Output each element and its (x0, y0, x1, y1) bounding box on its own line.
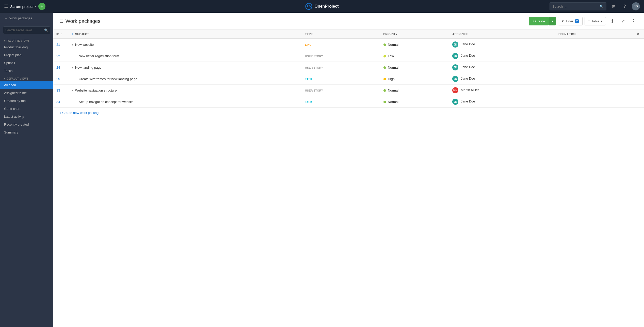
project-name[interactable]: Scrum project ▾ (10, 4, 36, 9)
row-priority: Normal (380, 39, 449, 50)
sidebar-item-tasks[interactable]: Tasks (0, 67, 53, 75)
default-views-section-header[interactable]: ▾ DEFAULT VIEWS (0, 75, 53, 81)
col-header-assignee[interactable]: ASSIGNEE (449, 30, 555, 39)
assignee-avatar: JD (452, 76, 458, 82)
priority-dot-icon (383, 43, 386, 46)
sidebar-item-all-open[interactable]: All open (0, 81, 53, 89)
filter-badge: 2 (575, 19, 579, 23)
fullscreen-button[interactable]: ⤢ (619, 17, 627, 25)
row-settings (634, 39, 644, 50)
create-button[interactable]: + Create (529, 17, 549, 25)
page-title: Work packages (66, 18, 100, 24)
sidebar-search-icon: 🔍 (44, 28, 48, 32)
filter-button[interactable]: ▼ Filter 2 (558, 17, 583, 25)
header-actions: + Create ▾ ▼ Filter 2 ≡ Table ▾ ℹ ⤢ ⋮ (529, 17, 638, 25)
row-priority: High (380, 73, 449, 85)
row-id[interactable]: 33 (53, 85, 69, 96)
column-settings-icon[interactable]: ⚙ (637, 33, 640, 36)
col-header-spent-time[interactable]: SPENT TIME (555, 30, 634, 39)
page-title-container: ☰ Work packages (59, 18, 526, 24)
sidebar-item-sprint-1[interactable]: Sprint 1 (0, 59, 53, 67)
table-row: 25 Create wireframes for new landing pag… (53, 73, 644, 85)
global-add-button[interactable]: + (38, 3, 45, 10)
work-packages-header: ☰ Work packages + Create ▾ ▼ Filter 2 ≡ (53, 13, 644, 30)
sidebar-item-latest-activity[interactable]: Latest activity (0, 113, 53, 121)
create-button-group: + Create ▾ (529, 17, 556, 25)
priority-dot-icon (383, 101, 386, 103)
info-button[interactable]: ℹ (608, 17, 617, 25)
table-view-button[interactable]: ≡ Table ▾ (585, 17, 606, 25)
svg-point-1 (310, 6, 311, 7)
row-spent-time (555, 39, 634, 50)
row-settings (634, 50, 644, 62)
hamburger-icon[interactable]: ☰ (4, 4, 8, 9)
sidebar-item-created-by-me[interactable]: Created by me (0, 97, 53, 105)
table-icon: ≡ (588, 19, 590, 23)
row-type: TASK (302, 96, 380, 108)
top-navigation: ☰ Scrum project ▾ + OpenProject 🔍 ⊞ ? JD (0, 0, 644, 13)
create-new-work-package-link[interactable]: + Create new work package (53, 108, 644, 118)
sidebar-item-recently-created[interactable]: Recently created (0, 121, 53, 128)
col-header-type[interactable]: TYPE (302, 30, 380, 39)
svg-point-0 (306, 3, 312, 10)
col-header-settings[interactable]: ⚙ (634, 30, 644, 39)
global-search-box[interactable]: 🔍 (550, 2, 606, 10)
col-header-id[interactable]: ID ↑ (53, 30, 69, 39)
row-type: USER STORY (302, 50, 380, 62)
row-assignee: JD Jane Doe (449, 96, 555, 108)
row-id[interactable]: 34 (53, 96, 69, 108)
sidebar-item-summary[interactable]: Summary (0, 128, 53, 136)
help-icon[interactable]: ? (621, 2, 629, 10)
row-id[interactable]: 21 (53, 39, 69, 50)
expand-row-icon[interactable]: ▾ (72, 66, 73, 69)
sidebar-item-product-backlog[interactable]: Product backlog (0, 43, 53, 51)
row-spent-time (555, 62, 634, 73)
table-header: ID ↑ ↓ SUBJECT TYPE PRIORITY (53, 30, 644, 39)
priority-dot-icon (383, 78, 386, 80)
row-id[interactable]: 24 (53, 62, 69, 73)
sidebar-search-box[interactable]: 🔍 (3, 26, 50, 34)
row-id[interactable]: 25 (53, 73, 69, 85)
work-packages-icon: ☰ (59, 19, 63, 24)
global-search-input[interactable] (552, 5, 598, 8)
modules-icon[interactable]: ⊞ (609, 2, 618, 10)
row-priority: Normal (380, 85, 449, 96)
sidebar: ← Work packages 🔍 ▾ FAVORITE VIEWS Produ… (0, 13, 53, 327)
expand-row-icon[interactable]: ▾ (72, 89, 73, 92)
logo: OpenProject (305, 3, 339, 10)
col-header-subject[interactable]: ↓ SUBJECT (69, 30, 302, 39)
row-priority: Low (380, 50, 449, 62)
row-id[interactable]: 22 (53, 50, 69, 62)
row-subject: Newsletter registration form (69, 50, 302, 62)
row-assignee: JD Jane Doe (449, 50, 555, 62)
sort-id-icon: ↑ (60, 32, 62, 36)
assignee-avatar: JD (452, 41, 458, 48)
back-arrow-icon: ← (4, 16, 7, 20)
table-row: 34 Set up navigation concept for website… (53, 96, 644, 108)
row-spent-time (555, 73, 634, 85)
favorite-views-section-header[interactable]: ▾ FAVORITE VIEWS (0, 37, 53, 43)
user-avatar[interactable]: JD (632, 2, 640, 10)
filter-icon: ▼ (561, 19, 565, 23)
row-priority: Normal (380, 96, 449, 108)
sidebar-item-project-plan[interactable]: Project plan (0, 51, 53, 59)
sidebar-back-link[interactable]: ← Work packages (0, 13, 53, 24)
assignee-avatar: JD (452, 64, 458, 70)
create-dropdown-button[interactable]: ▾ (549, 17, 556, 25)
row-type: EPIC (302, 39, 380, 50)
row-spent-time (555, 85, 634, 96)
sidebar-item-gantt-chart[interactable]: Gantt chart (0, 105, 53, 113)
more-options-button[interactable]: ⋮ (629, 17, 638, 25)
sidebar-item-assigned-to-me[interactable]: Assigned to me (0, 89, 53, 97)
work-packages-table: ID ↑ ↓ SUBJECT TYPE PRIORITY (53, 30, 644, 108)
col-header-priority[interactable]: PRIORITY (380, 30, 449, 39)
sidebar-search-input[interactable] (5, 28, 43, 32)
table-body: 21 ▾ New website EPIC Normal (53, 39, 644, 108)
collapse-favorite-icon: ▾ (4, 39, 6, 42)
row-spent-time (555, 96, 634, 108)
row-type: TASK (302, 73, 380, 85)
expand-row-icon[interactable]: ▾ (72, 43, 73, 46)
assignee-avatar: JD (452, 99, 458, 105)
nav-left: ☰ Scrum project ▾ + (4, 3, 305, 10)
row-subject: Set up navigation concept for website. (69, 96, 302, 108)
